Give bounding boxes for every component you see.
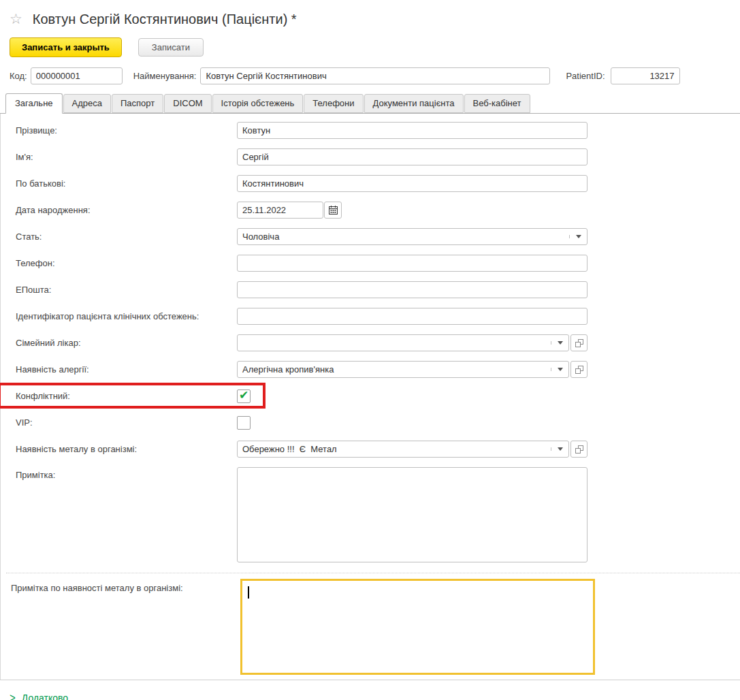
checkmark-icon: ✔ bbox=[239, 390, 248, 401]
conflict-row: Конфліктний: ✔ bbox=[16, 387, 740, 404]
tab-dicom[interactable]: DICOM bbox=[164, 94, 211, 113]
save-button[interactable]: Записати bbox=[138, 38, 204, 57]
general-tab-panel: Прізвище: Ім'я: По батькові: Дата народж… bbox=[0, 114, 740, 680]
text-cursor bbox=[248, 586, 249, 599]
birth-date-input[interactable] bbox=[237, 202, 323, 219]
metal-select[interactable]: Обережно !!! Є Метал bbox=[237, 441, 569, 458]
middle-name-row: По батькові: bbox=[16, 175, 740, 192]
note-textarea[interactable] bbox=[237, 467, 588, 562]
first-name-input[interactable] bbox=[237, 148, 588, 165]
metal-open-button[interactable] bbox=[570, 441, 588, 458]
birth-date-label: Дата народження: bbox=[16, 205, 237, 215]
command-bar: Записать и закрыть Записати bbox=[0, 37, 740, 57]
chevron-down-icon bbox=[558, 368, 563, 371]
middle-name-label: По батькові: bbox=[16, 178, 237, 189]
vip-label: VIP: bbox=[16, 417, 237, 428]
family-doctor-select[interactable] bbox=[237, 334, 569, 351]
last-name-row: Прізвище: bbox=[16, 122, 740, 139]
additional-label: Додатково bbox=[22, 693, 68, 700]
tab-bar: Загальне Адреса Паспорт DICOM Історія об… bbox=[0, 95, 740, 114]
header-fields-row: Код: Найменування: PatientID: bbox=[0, 67, 740, 84]
family-doctor-row: Сімейний лікар: bbox=[16, 334, 740, 351]
gender-label: Стать: bbox=[16, 232, 237, 242]
metal-label: Наявність металу в організмі: bbox=[16, 444, 237, 454]
name-input[interactable] bbox=[200, 67, 550, 84]
last-name-input[interactable] bbox=[237, 122, 588, 139]
phone-input[interactable] bbox=[237, 255, 588, 272]
window-titlebar: ☆ Ковтун Сергій Костянтинович (Пацієнти)… bbox=[0, 0, 740, 29]
email-label: ЕПошта: bbox=[16, 285, 237, 295]
code-label: Код: bbox=[10, 71, 27, 81]
tab-address[interactable]: Адреса bbox=[63, 94, 111, 113]
first-name-label: Ім'я: bbox=[16, 152, 237, 162]
clinical-id-label: Ідентифікатор пацієнта клінічних обстеже… bbox=[16, 311, 237, 321]
phone-row: Телефон: bbox=[16, 255, 740, 272]
favorite-star-icon[interactable]: ☆ bbox=[10, 12, 22, 26]
vip-checkbox[interactable] bbox=[237, 416, 251, 430]
additional-section-toggle[interactable]: > Додатково bbox=[10, 692, 740, 700]
gender-dropdown-button[interactable] bbox=[569, 235, 587, 238]
metal-row: Наявність металу в організмі: Обережно !… bbox=[16, 441, 740, 458]
family-doctor-label: Сімейний лікар: bbox=[16, 338, 237, 348]
allergy-label: Наявність алергії: bbox=[16, 364, 237, 375]
metal-note-row: Примітка по наявності металу в організмі… bbox=[16, 577, 740, 675]
phone-label: Телефон: bbox=[16, 258, 237, 268]
note-label: Примітка: bbox=[16, 467, 237, 480]
metal-note-textarea[interactable] bbox=[240, 579, 595, 675]
page-title: Ковтун Сергій Костянтинович (Пацієнти) * bbox=[33, 12, 297, 27]
allergy-dropdown-button[interactable] bbox=[551, 368, 568, 371]
email-row: ЕПошта: bbox=[16, 281, 740, 298]
vip-row: VIP: bbox=[16, 414, 740, 431]
calendar-icon bbox=[329, 206, 338, 214]
gender-select[interactable]: Чоловіча bbox=[237, 228, 588, 245]
chevron-down-icon bbox=[558, 447, 563, 451]
gender-row: Стать: Чоловіча bbox=[16, 228, 740, 245]
family-doctor-dropdown-button[interactable] bbox=[551, 341, 568, 345]
conflict-checkbox[interactable]: ✔ bbox=[237, 389, 251, 403]
family-doctor-open-button[interactable] bbox=[570, 334, 588, 351]
tab-patient-documents[interactable]: Документи пацієнта bbox=[364, 94, 464, 113]
tab-web-cabinet[interactable]: Веб-кабінет bbox=[464, 94, 530, 113]
metal-value: Обережно !!! Є Метал bbox=[238, 444, 551, 454]
allergy-value: Алергічна кропив'янка bbox=[238, 364, 551, 375]
email-input[interactable] bbox=[237, 281, 588, 298]
save-and-close-button[interactable]: Записать и закрыть bbox=[10, 37, 122, 57]
patient-id-label: PatientID: bbox=[566, 71, 605, 81]
clinical-id-input[interactable] bbox=[237, 308, 588, 325]
dotted-separator bbox=[6, 573, 740, 573]
chevron-down-icon bbox=[576, 235, 581, 238]
gender-value: Чоловіча bbox=[238, 232, 569, 242]
note-row: Примітка: bbox=[16, 467, 740, 562]
conflict-label: Конфліктний: bbox=[16, 391, 237, 401]
metal-note-label: Примітка по наявності металу в організмі… bbox=[11, 579, 240, 593]
tab-general[interactable]: Загальне bbox=[5, 93, 63, 114]
patient-id-input[interactable] bbox=[611, 67, 680, 84]
birth-date-row: Дата народження: bbox=[16, 202, 740, 219]
open-item-icon bbox=[575, 366, 583, 374]
chevron-down-icon bbox=[558, 341, 563, 345]
clinical-id-row: Ідентифікатор пацієнта клінічних обстеже… bbox=[16, 308, 740, 325]
tab-phones[interactable]: Телефони bbox=[304, 94, 363, 113]
middle-name-input[interactable] bbox=[237, 175, 588, 192]
metal-dropdown-button[interactable] bbox=[551, 447, 568, 451]
allergy-select[interactable]: Алергічна кропив'янка bbox=[237, 361, 569, 378]
tab-passport[interactable]: Паспорт bbox=[112, 94, 163, 113]
allergy-open-button[interactable] bbox=[570, 361, 588, 378]
code-input[interactable] bbox=[31, 67, 123, 84]
name-label: Найменування: bbox=[133, 71, 197, 81]
allergy-row: Наявність алергії: Алергічна кропив'янка bbox=[16, 361, 740, 378]
open-item-icon bbox=[575, 339, 583, 347]
calendar-button[interactable] bbox=[324, 202, 342, 219]
first-name-row: Ім'я: bbox=[16, 148, 740, 165]
open-item-icon bbox=[575, 445, 583, 454]
last-name-label: Прізвище: bbox=[16, 125, 237, 136]
tab-exam-history[interactable]: Історія обстежень bbox=[212, 94, 304, 113]
chevron-right-icon: > bbox=[10, 690, 16, 700]
